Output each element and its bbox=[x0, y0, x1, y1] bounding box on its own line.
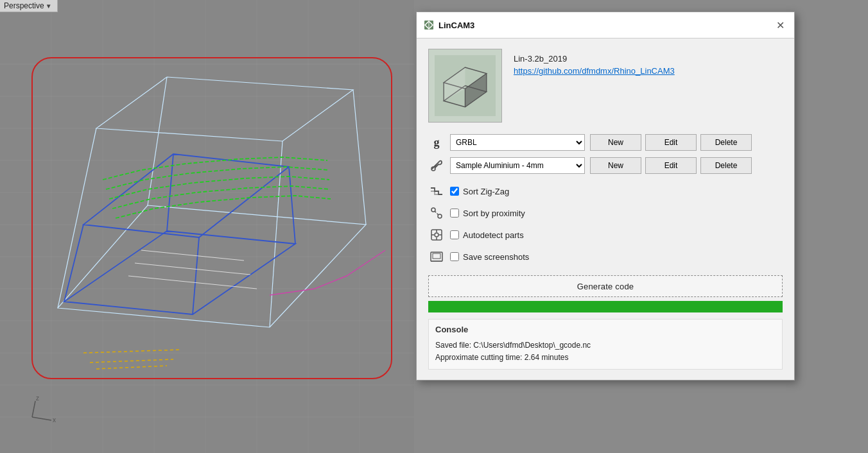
perspective-label[interactable]: Perspective ▼ bbox=[0, 0, 58, 12]
machine-new-button[interactable]: New bbox=[590, 134, 641, 151]
sort-zigzag-icon bbox=[428, 183, 445, 200]
dialog-titlebar: LinCAM3 ✕ bbox=[417, 12, 794, 38]
svg-text:z: z bbox=[36, 395, 39, 402]
svg-point-56 bbox=[438, 214, 442, 218]
console-output: Saved file: C:\Users\dfmd\Desktop\_gcode… bbox=[435, 339, 776, 364]
material-select[interactable]: Sample Aluminium - 4mm bbox=[450, 157, 585, 174]
options-section: Sort Zig-Zag Sort by proximity bbox=[428, 183, 783, 265]
svg-rect-65 bbox=[433, 253, 440, 259]
version-text: Lin-3.2b_2019 bbox=[514, 54, 675, 64]
3d-scene: x z bbox=[0, 0, 414, 453]
autodetect-row: Autodetect parts bbox=[428, 226, 783, 243]
console-label: Console bbox=[435, 325, 776, 334]
sort-zigzag-row: Sort Zig-Zag bbox=[428, 183, 783, 200]
app-version-info: Lin-3.2b_2019 https://github.com/dfmdmx/… bbox=[514, 49, 675, 76]
save-screenshots-label[interactable]: Save screenshots bbox=[463, 252, 529, 262]
close-button[interactable]: ✕ bbox=[772, 17, 788, 33]
material-new-button[interactable]: New bbox=[590, 157, 641, 174]
material-edit-button[interactable]: Edit bbox=[645, 157, 697, 174]
svg-text:x: x bbox=[53, 416, 56, 423]
material-icon bbox=[428, 157, 445, 174]
machine-edit-button[interactable]: Edit bbox=[645, 134, 697, 151]
lincam3-dialog: LinCAM3 ✕ bbox=[416, 12, 795, 380]
generate-code-button[interactable]: Generate code bbox=[428, 275, 783, 297]
save-screenshots-row: Save screenshots bbox=[428, 248, 783, 265]
console-line-1: Saved file: C:\Users\dfmd\Desktop\_gcode… bbox=[435, 339, 776, 352]
sort-zigzag-checkbox[interactable] bbox=[450, 187, 459, 196]
sort-proximity-checkbox[interactable] bbox=[450, 209, 459, 218]
material-config-row: Sample Aluminium - 4mm New Edit Delete bbox=[428, 157, 783, 174]
github-link[interactable]: https://github.com/dfmdmx/Rhino_LinCAM3 bbox=[514, 66, 675, 76]
dropdown-icon: ▼ bbox=[46, 3, 52, 10]
autodetect-label[interactable]: Autodetect parts bbox=[463, 230, 524, 240]
autodetect-checkbox[interactable] bbox=[450, 230, 459, 239]
sort-zigzag-label[interactable]: Sort Zig-Zag bbox=[463, 187, 509, 196]
save-screenshots-icon bbox=[428, 248, 445, 265]
progress-bar-fill bbox=[428, 301, 783, 312]
save-screenshots-checkbox[interactable] bbox=[450, 252, 459, 261]
machine-select[interactable]: GRBL bbox=[450, 134, 585, 151]
machine-config-row: g GRBL New Edit Delete bbox=[428, 134, 783, 151]
sort-proximity-label[interactable]: Sort by proximity bbox=[463, 209, 525, 218]
autodetect-icon bbox=[428, 226, 445, 243]
app-logo bbox=[428, 49, 502, 123]
svg-point-59 bbox=[435, 233, 438, 237]
material-delete-button[interactable]: Delete bbox=[700, 157, 752, 174]
machine-delete-button[interactable]: Delete bbox=[700, 134, 752, 151]
sort-proximity-icon bbox=[428, 205, 445, 221]
sort-proximity-row: Sort by proximity bbox=[428, 205, 783, 221]
machine-icon: g bbox=[428, 134, 445, 151]
perspective-text: Perspective bbox=[4, 1, 44, 10]
dialog-title: LinCAM3 bbox=[438, 21, 772, 30]
console-section: Console Saved file: C:\Users\dfmd\Deskto… bbox=[428, 319, 783, 370]
app-icon bbox=[423, 19, 435, 31]
progress-bar-container bbox=[428, 301, 783, 312]
console-line-2: Approximate cutting time: 2.64 minutes bbox=[435, 352, 776, 364]
dialog-body: Lin-3.2b_2019 https://github.com/dfmdmx/… bbox=[417, 38, 794, 380]
app-info-row: Lin-3.2b_2019 https://github.com/dfmdmx/… bbox=[428, 49, 783, 123]
svg-line-57 bbox=[435, 211, 438, 215]
